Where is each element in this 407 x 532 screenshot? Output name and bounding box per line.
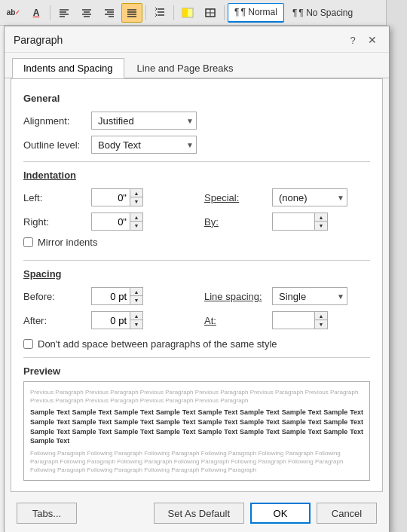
indent-left-input[interactable] bbox=[92, 189, 130, 206]
dialog-close-button[interactable]: ✕ bbox=[365, 32, 380, 47]
indent-right-down-button[interactable]: ▼ bbox=[130, 222, 142, 230]
by-up-button[interactable]: ▲ bbox=[315, 213, 327, 222]
by-input[interactable] bbox=[273, 213, 314, 230]
preview-box: Previous Paragraph Previous Paragraph Pr… bbox=[23, 381, 370, 481]
style-no-spacing-label: ¶ No Spacing bbox=[298, 8, 353, 18]
spacing-before-spinner: ▲ ▼ bbox=[91, 287, 143, 305]
outline-row: Outline level: Body Text Level 1 Level 2… bbox=[23, 136, 370, 154]
indentation-section-header: Indentation bbox=[23, 170, 370, 181]
indent-right-spinner: ▲ ▼ bbox=[91, 212, 143, 231]
toolbar-align-left-button[interactable] bbox=[54, 3, 75, 23]
special-select-wrap: (none) First line Hanging ▼ bbox=[272, 188, 347, 206]
at-row: At: ▲ ▼ bbox=[204, 311, 370, 329]
ok-button[interactable]: OK bbox=[250, 503, 311, 524]
indentation-left-col: Left: ▲ ▼ Right: ▲ bbox=[23, 188, 189, 252]
preview-section: Preview Previous Paragraph Previous Para… bbox=[23, 365, 370, 481]
toolbar-font-color-button[interactable]: A bbox=[26, 3, 47, 23]
paragraph-mark-normal: ¶ bbox=[234, 7, 239, 17]
outline-select[interactable]: Body Text Level 1 Level 2 Level 3 bbox=[91, 136, 197, 154]
indent-right-up-button[interactable]: ▲ bbox=[130, 213, 142, 222]
outline-select-wrap: Body Text Level 1 Level 2 Level 3 ▼ bbox=[91, 136, 197, 154]
general-indentation-divider bbox=[23, 161, 370, 162]
dialog-body: General Alignment: Justified Left Center… bbox=[11, 78, 383, 492]
preview-current-text: Sample Text Sample Text Sample Text Samp… bbox=[30, 408, 363, 445]
spacing-before-up-button[interactable]: ▲ bbox=[130, 288, 142, 296]
toolbar-shading-button[interactable] bbox=[177, 3, 198, 23]
mirror-indents-row: Mirror indents bbox=[23, 237, 189, 248]
dont-add-space-checkbox[interactable] bbox=[23, 339, 33, 349]
toolbar-align-center-button[interactable] bbox=[76, 3, 97, 23]
tabs-button[interactable]: Tabs... bbox=[17, 503, 77, 524]
toolbar-separator-3 bbox=[173, 5, 174, 20]
paragraph-dialog: Paragraph ? ✕ Indents and Spacing Line a… bbox=[4, 26, 390, 532]
dialog-tabs: Indents and Spacing Line and Page Breaks bbox=[5, 53, 389, 78]
spacing-left-col: Before: ▲ ▼ After: ▲ bbox=[23, 287, 189, 335]
dialog-help-button[interactable]: ? bbox=[345, 32, 360, 47]
by-spinner-buttons: ▲ ▼ bbox=[314, 213, 327, 230]
at-down-button[interactable]: ▼ bbox=[315, 320, 327, 329]
indent-left-down-button[interactable]: ▼ bbox=[130, 197, 142, 206]
mirror-indents-checkbox[interactable] bbox=[23, 237, 33, 247]
at-input[interactable] bbox=[273, 312, 314, 329]
toolbar-style-normal-button[interactable]: ¶ ¶ Normal bbox=[228, 3, 284, 23]
line-spacing-label: Line spacing: bbox=[204, 291, 272, 302]
dont-add-space-row: Don't add space between paragraphs of th… bbox=[23, 338, 370, 350]
spacing-after-input[interactable] bbox=[92, 312, 130, 329]
toolbar: ab✓ A bbox=[0, 0, 407, 26]
spacing-after-down-button[interactable]: ▼ bbox=[130, 320, 142, 329]
svg-rect-20 bbox=[182, 8, 188, 17]
by-row: By: ▲ ▼ bbox=[204, 212, 370, 231]
special-label: Special: bbox=[204, 192, 272, 203]
indent-left-up-button[interactable]: ▲ bbox=[130, 189, 142, 197]
spacing-preview-divider bbox=[23, 357, 370, 358]
tab-indents-spacing[interactable]: Indents and Spacing bbox=[12, 58, 124, 78]
toolbar-align-right-button[interactable] bbox=[99, 3, 120, 23]
line-spacing-select-wrap: Single 1.5 lines Double At least Exactly… bbox=[272, 287, 347, 305]
at-label: At: bbox=[204, 315, 272, 326]
indent-left-spinner: ▲ ▼ bbox=[91, 188, 143, 206]
spacing-layout: Before: ▲ ▼ After: ▲ bbox=[23, 287, 370, 335]
dont-add-space-label: Don't add space between paragraphs of th… bbox=[38, 338, 277, 350]
by-spinner: ▲ ▼ bbox=[272, 212, 328, 231]
mirror-indents-label: Mirror indents bbox=[38, 237, 97, 248]
toolbar-style-no-spacing-button[interactable]: ¶ ¶ No Spacing bbox=[286, 3, 360, 23]
style-normal-label: ¶ Normal bbox=[240, 7, 277, 17]
alignment-row: Alignment: Justified Left Centered Right… bbox=[23, 112, 370, 130]
spacing-before-down-button[interactable]: ▼ bbox=[130, 296, 142, 304]
alignment-select[interactable]: Justified Left Centered Right bbox=[91, 112, 197, 130]
toolbar-justify-button[interactable] bbox=[121, 3, 142, 23]
dialog-titlebar: Paragraph ? ✕ bbox=[5, 26, 389, 53]
by-down-button[interactable]: ▼ bbox=[315, 222, 327, 230]
line-spacing-row: Line spacing: Single 1.5 lines Double At… bbox=[204, 287, 370, 305]
dialog-footer: Tabs... Set As Default OK Cancel bbox=[5, 498, 389, 532]
indent-left-spinner-buttons: ▲ ▼ bbox=[130, 189, 142, 206]
tab-line-page-breaks[interactable]: Line and Page Breaks bbox=[126, 58, 245, 78]
spacing-before-spinner-buttons: ▲ ▼ bbox=[130, 288, 142, 304]
spacing-before-input[interactable] bbox=[92, 288, 130, 304]
special-select[interactable]: (none) First line Hanging bbox=[272, 188, 347, 206]
toolbar-ab-check-button[interactable]: ab✓ bbox=[3, 3, 24, 23]
set-as-default-button[interactable]: Set As Default bbox=[154, 503, 244, 524]
spacing-after-up-button[interactable]: ▲ bbox=[130, 312, 142, 320]
footer-left: Tabs... bbox=[17, 503, 77, 524]
spacing-after-spinner: ▲ ▼ bbox=[91, 311, 143, 329]
at-spinner-buttons: ▲ ▼ bbox=[314, 312, 327, 329]
indentation-right-col: Special: (none) First line Hanging ▼ By: bbox=[204, 188, 370, 252]
indentation-layout: Left: ▲ ▼ Right: ▲ bbox=[23, 188, 370, 252]
line-spacing-select[interactable]: Single 1.5 lines Double At least Exactly… bbox=[272, 287, 347, 305]
toolbar-borders-button[interactable] bbox=[200, 3, 221, 23]
spacing-section-header: Spacing bbox=[23, 268, 370, 280]
spacing-after-spinner-buttons: ▲ ▼ bbox=[130, 312, 142, 329]
toolbar-line-spacing-button[interactable] bbox=[149, 3, 170, 23]
cancel-button[interactable]: Cancel bbox=[317, 503, 377, 524]
indentation-spacing-divider bbox=[23, 260, 370, 261]
dialog-titlebar-controls: ? ✕ bbox=[345, 32, 380, 47]
indent-right-input[interactable] bbox=[92, 213, 130, 230]
special-row: Special: (none) First line Hanging ▼ bbox=[204, 188, 370, 206]
preview-label: Preview bbox=[23, 365, 370, 377]
at-up-button[interactable]: ▲ bbox=[315, 312, 327, 320]
outline-label: Outline level: bbox=[23, 139, 91, 151]
alignment-label: Alignment: bbox=[23, 115, 91, 127]
indent-left-label: Left: bbox=[23, 192, 91, 203]
footer-right: Set As Default OK Cancel bbox=[154, 503, 377, 524]
